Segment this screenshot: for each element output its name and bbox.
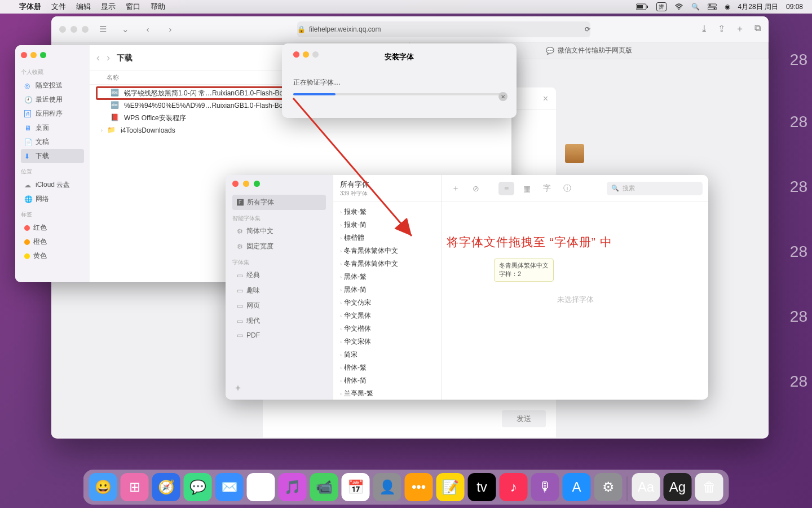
file-row[interactable]: ›📁i4ToolsDownloads	[96, 124, 505, 137]
dock-app[interactable]: ♪	[500, 473, 528, 501]
font-row[interactable]: ›冬青黑体繁体中文	[333, 244, 442, 257]
forward-icon[interactable]: ›	[107, 52, 110, 64]
dock-app[interactable]: 📅	[342, 473, 370, 501]
sidebar-item[interactable]: ◎隔空投送	[21, 78, 84, 93]
back-icon[interactable]: ‹	[139, 22, 156, 37]
font-row[interactable]: ›黑体-简	[333, 283, 442, 296]
dock-app[interactable]: 📹	[310, 473, 338, 501]
spotlight-icon[interactable]: 🔍	[691, 3, 700, 11]
dock-app[interactable]: 👤	[373, 473, 401, 501]
font-row[interactable]: ›报隶-繁	[333, 205, 442, 218]
add-collection-icon[interactable]: ＋	[233, 382, 242, 394]
dock-app[interactable]: tv	[468, 473, 496, 501]
forward-icon[interactable]: ›	[162, 22, 179, 37]
font-row[interactable]: ›华文楷体	[333, 322, 442, 335]
sidebar-item[interactable]: 📄文稿	[21, 135, 84, 149]
siri-icon[interactable]: ◉	[725, 3, 730, 11]
fontbook-traffic[interactable]	[232, 181, 326, 187]
progress-fill	[293, 93, 336, 95]
battery-icon[interactable]	[636, 3, 648, 10]
sidebar-item[interactable]: 🕘最近使用	[21, 93, 84, 107]
font-row[interactable]: ›楷体-简	[333, 374, 442, 387]
dock-app[interactable]: ⊞	[121, 473, 149, 501]
back-icon[interactable]: ‹	[96, 52, 100, 64]
font-row[interactable]: ›黑体-繁	[333, 270, 442, 283]
search-input[interactable]: 🔍 搜索	[607, 182, 703, 195]
dock-app[interactable]: •••	[405, 473, 433, 501]
sidebar-collection[interactable]: ▭PDF	[232, 329, 326, 342]
download-icon[interactable]: ⤓	[700, 23, 708, 35]
dock-app[interactable]: 🎵	[279, 473, 307, 501]
menubar-time[interactable]: 09:08	[786, 3, 803, 11]
sidebar-item[interactable]: ☁iCloud 云盘	[21, 178, 84, 192]
dock-app[interactable]: 😀	[89, 473, 117, 501]
dock-app[interactable]: ⚙	[594, 473, 623, 501]
sidebar-item[interactable]: 🖥桌面	[21, 121, 84, 135]
info-icon[interactable]: ⓘ	[559, 182, 575, 195]
font-row[interactable]: ›报隶-简	[333, 218, 442, 231]
dock-app[interactable]: Ag	[664, 473, 692, 501]
app-menu[interactable]: 字体册	[19, 2, 41, 12]
control-center-icon[interactable]	[708, 3, 717, 10]
dock-app[interactable]: Aa	[632, 473, 660, 501]
sidebar-item[interactable]: 🌐网络	[21, 192, 84, 206]
view-grid-icon[interactable]: ▦	[519, 182, 535, 195]
chevron-down-icon[interactable]: ⌄	[117, 22, 134, 37]
dock-app[interactable]: ✉️	[215, 473, 244, 501]
cancel-icon[interactable]: ✕	[498, 92, 508, 101]
dock-app[interactable]: A	[563, 473, 591, 501]
sidebar-collection[interactable]: ▭现代	[232, 313, 326, 329]
sidebar-all-fonts[interactable]: 🅵所有字体	[232, 195, 326, 210]
font-row[interactable]: ›简宋	[333, 348, 442, 361]
dock-app[interactable]: 🧭	[152, 473, 180, 501]
font-row[interactable]: ›兰亭黑-繁	[333, 387, 442, 396]
menubar-date[interactable]: 4月28日 周日	[738, 2, 778, 12]
sidebar-collection[interactable]: ▭网页	[232, 298, 326, 313]
column-header[interactable]: 名称	[107, 73, 119, 82]
dock-app[interactable]: 🗑	[695, 473, 723, 501]
safari-traffic[interactable]	[59, 26, 89, 33]
sidebar-collection[interactable]: ▭经典	[232, 268, 326, 283]
menu-window[interactable]: 窗口	[126, 2, 140, 12]
menu-help[interactable]: 帮助	[151, 2, 165, 12]
font-row[interactable]: ›標楷體	[333, 231, 442, 244]
ime-icon[interactable]: 拼	[656, 2, 667, 11]
wifi-icon[interactable]	[674, 3, 683, 10]
menu-file[interactable]: 文件	[51, 2, 66, 12]
sidebar-item[interactable]: 🄰应用程序	[21, 107, 84, 121]
sidebar-tag[interactable]: 黄色	[21, 249, 84, 263]
dialog-message: 正在验证字体…	[293, 78, 505, 87]
share-icon[interactable]: ⇪	[718, 23, 725, 35]
font-row[interactable]: ›楷体-繁	[333, 361, 442, 374]
reload-icon[interactable]: ⟳	[585, 25, 590, 33]
sidebar-toggle-icon[interactable]: ☰	[94, 22, 111, 37]
send-button[interactable]: 发送	[502, 410, 546, 427]
add-font-icon[interactable]: ＋	[448, 182, 464, 195]
new-tab-icon[interactable]: ＋	[735, 23, 744, 35]
view-sample-icon[interactable]: ≡	[498, 182, 514, 195]
sidebar-smart-collection[interactable]: ⚙简体中文	[232, 224, 326, 239]
disable-font-icon[interactable]: ⊘	[468, 182, 484, 195]
menu-edit[interactable]: 编辑	[76, 2, 91, 12]
sidebar-smart-collection[interactable]: ⚙固定宽度	[232, 239, 326, 254]
empty-state: 未选择字体	[442, 295, 708, 305]
font-row[interactable]: ›华文仿宋	[333, 296, 442, 309]
dock-app[interactable]: 📝	[436, 473, 465, 501]
sidebar-collection[interactable]: ▭趣味	[232, 283, 326, 298]
font-row[interactable]: ›冬青黑体简体中文	[333, 257, 442, 270]
font-row[interactable]: ›华文黑体	[333, 309, 442, 322]
tabs-icon[interactable]: ⧉	[754, 23, 761, 35]
sidebar-item[interactable]: ⬇下载	[21, 149, 84, 163]
view-char-icon[interactable]: 字	[539, 182, 555, 195]
menu-view[interactable]: 显示	[101, 2, 116, 12]
sidebar-section-label: 标签	[21, 211, 84, 218]
sidebar-tag[interactable]: 红色	[21, 221, 84, 235]
dock-app[interactable]: 💬	[184, 473, 212, 501]
sidebar-tag[interactable]: 橙色	[21, 235, 84, 249]
close-icon[interactable]: ×	[543, 94, 548, 104]
finder-traffic[interactable]	[21, 52, 84, 58]
font-row[interactable]: ›华文宋体	[333, 335, 442, 348]
dock-app[interactable]: 🗺	[247, 473, 275, 501]
dock-app[interactable]: 🎙	[531, 473, 559, 501]
address-bar[interactable]: 🔒 filehelper.weixin.qq.com ⟳	[297, 21, 590, 37]
